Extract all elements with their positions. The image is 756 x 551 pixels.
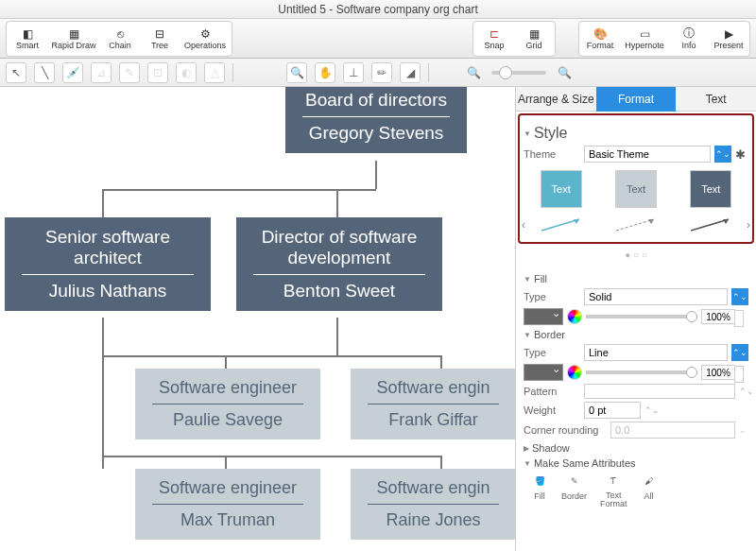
- same-border-button[interactable]: ✎Border: [561, 473, 587, 508]
- theme-dropdown-cap[interactable]: ⌃⌄: [714, 146, 731, 163]
- tab-arrange[interactable]: Arrange & Size: [516, 87, 596, 112]
- svg-line-0: [541, 219, 579, 231]
- tool-6[interactable]: ⊡: [147, 62, 168, 83]
- org-node-architect[interactable]: Senior software architect Julius Nathans: [5, 217, 211, 311]
- tab-format[interactable]: Format: [596, 87, 677, 112]
- arrow-style-2[interactable]: [612, 215, 660, 234]
- fill-type-select[interactable]: Solid: [584, 288, 728, 305]
- snap-icon: ⊏: [487, 27, 502, 41]
- fill-type-cap[interactable]: ⌃⌄: [731, 288, 748, 305]
- grid-icon: ▦: [526, 27, 541, 41]
- eyedropper-tool[interactable]: 💉: [62, 62, 83, 83]
- palette-icon: 🎨: [593, 27, 608, 41]
- style-prev-icon[interactable]: ‹: [522, 218, 525, 232]
- style-next-icon[interactable]: ›: [747, 218, 750, 232]
- border-colorwheel-icon[interactable]: [567, 365, 582, 380]
- zoom-in-button[interactable]: 🔍: [554, 62, 575, 83]
- same-textformat-button[interactable]: ƬText Format: [600, 473, 627, 508]
- fill-heading[interactable]: Fill: [524, 273, 748, 284]
- theme-select[interactable]: Basic Theme: [584, 146, 711, 163]
- org-node-board[interactable]: Board of directors Gregory Stevens: [285, 87, 467, 153]
- rapid-draw-button[interactable]: ▦Rapid Draw: [48, 24, 99, 54]
- tool-5[interactable]: ✎: [119, 62, 140, 83]
- note-icon: ▭: [637, 27, 652, 41]
- style-section-highlighted: Style Theme Basic Theme ⌃⌄ ✱ Text Text T…: [518, 113, 754, 244]
- fill-colorwheel-icon[interactable]: [567, 309, 582, 324]
- main-toolbar: ◧Smart ▦Rapid Draw ⎋Chain ⊟Tree ⚙Operati…: [0, 19, 756, 59]
- weight-field[interactable]: 0 pt: [584, 402, 641, 419]
- border-opacity-slider[interactable]: [586, 370, 697, 374]
- border-type-select[interactable]: Line: [584, 344, 728, 361]
- info-button[interactable]: ⓘInfo: [670, 24, 708, 54]
- window-title: Untitled 5 - Software company org chart: [0, 0, 756, 19]
- zoom-out-button[interactable]: 🔍: [463, 62, 484, 83]
- gear-icon: ⚙: [198, 27, 213, 41]
- fill-opacity-slider[interactable]: [586, 315, 697, 319]
- snap-button[interactable]: ⊏Snap: [475, 24, 513, 54]
- tab-text[interactable]: Text: [676, 87, 756, 112]
- fill-color-button[interactable]: [524, 308, 563, 325]
- svg-line-4: [691, 219, 729, 231]
- operations-button[interactable]: ⚙Operations: [180, 24, 230, 54]
- fill-type-label: Type: [524, 291, 580, 302]
- format-panel-button[interactable]: 🎨Format: [581, 24, 619, 54]
- org-node-e1[interactable]: Software engineer Paulie Savege: [135, 369, 320, 439]
- zoom-tool[interactable]: 🔍: [286, 62, 307, 83]
- border-color-button[interactable]: [524, 364, 563, 381]
- pointer-tool[interactable]: ↖: [6, 62, 26, 83]
- brush-icon: 🖌: [641, 473, 658, 490]
- corner-field[interactable]: 0.0: [610, 422, 735, 439]
- svg-marker-1: [574, 219, 579, 224]
- tool-8[interactable]: △: [204, 62, 225, 83]
- grid-button[interactable]: ▦Grid: [515, 24, 553, 54]
- same-all-button[interactable]: 🖌All: [641, 473, 658, 508]
- pattern-select[interactable]: [584, 384, 735, 399]
- inspector-panel: Arrange & Size Format Text Style Theme B…: [515, 87, 756, 551]
- tool-7[interactable]: ◐: [176, 62, 197, 83]
- style-swatch-2[interactable]: Text: [615, 170, 657, 208]
- same-heading[interactable]: Make Same Attributes: [524, 457, 748, 469]
- canvas[interactable]: Board of directors Gregory Stevens Senio…: [0, 87, 515, 551]
- present-button[interactable]: ▶Present: [710, 24, 747, 54]
- highlight-tool[interactable]: ◢: [400, 62, 421, 83]
- secondary-toolbar: ↖ ╲ 💉 ⊿ ✎ ⊡ ◐ △ 🔍 ✋ ⊥ ✏ ◢ 🔍 🔍: [0, 59, 756, 87]
- border-opacity-value[interactable]: 100%: [701, 365, 735, 380]
- border-heading[interactable]: Border: [524, 329, 748, 340]
- hand-tool[interactable]: ✋: [315, 62, 335, 83]
- tree-button[interactable]: ⊟Tree: [141, 24, 179, 54]
- stamp-tool[interactable]: ⊥: [343, 62, 364, 83]
- border-type-cap[interactable]: ⌃⌄: [731, 344, 748, 361]
- line-tool[interactable]: ╲: [34, 62, 55, 83]
- theme-gear-icon[interactable]: ✱: [735, 147, 748, 161]
- pattern-label: Pattern: [524, 386, 580, 397]
- theme-label: Theme: [524, 148, 580, 160]
- same-fill-button[interactable]: 🪣Fill: [531, 473, 548, 508]
- org-node-e2[interactable]: Software engin Frank Giffar: [351, 369, 515, 439]
- org-node-e3[interactable]: Software engineer Max Truman: [135, 469, 320, 540]
- present-icon: ▶: [721, 27, 736, 41]
- chain-icon: ⎋: [112, 27, 128, 41]
- chain-button[interactable]: ⎋Chain: [101, 24, 139, 54]
- bucket-icon: 🪣: [531, 473, 548, 490]
- shadow-heading[interactable]: Shadow: [524, 442, 748, 454]
- smart-icon: ◧: [20, 27, 35, 41]
- fill-opacity-value[interactable]: 100%: [701, 309, 735, 324]
- rapid-icon: ▦: [66, 27, 81, 41]
- textformat-icon: Ƭ: [605, 473, 622, 490]
- style-swatch-3[interactable]: Text: [690, 170, 731, 208]
- brush-tool[interactable]: ✏: [371, 62, 392, 83]
- info-icon: ⓘ: [681, 27, 696, 41]
- style-swatch-1[interactable]: Text: [541, 170, 582, 208]
- org-node-e4[interactable]: Software engin Raine Jones: [351, 469, 515, 540]
- pager-dots[interactable]: ● ○ ○: [516, 250, 756, 260]
- smart-button[interactable]: ◧Smart: [9, 24, 46, 54]
- weight-label: Weight: [524, 405, 580, 416]
- arrow-style-3[interactable]: [687, 215, 734, 234]
- tool-4[interactable]: ⊿: [91, 62, 112, 83]
- hypernote-button[interactable]: ▭Hypernote: [621, 24, 668, 54]
- style-heading[interactable]: Style: [524, 125, 748, 142]
- svg-marker-3: [648, 219, 654, 224]
- zoom-slider[interactable]: [491, 71, 546, 75]
- org-node-director[interactable]: Director of software development Benton …: [236, 217, 442, 311]
- arrow-style-1[interactable]: [538, 215, 585, 234]
